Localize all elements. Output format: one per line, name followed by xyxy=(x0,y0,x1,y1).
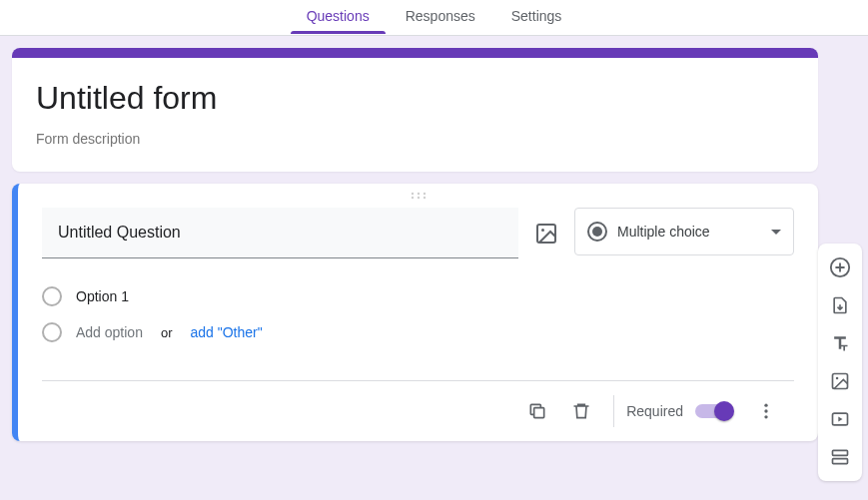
add-video-icon[interactable] xyxy=(822,401,858,437)
or-separator: or xyxy=(161,325,173,340)
add-question-icon[interactable] xyxy=(822,250,858,285)
tab-questions[interactable]: Questions xyxy=(291,0,386,34)
question-type-label: Multiple choice xyxy=(617,224,710,240)
top-tab-bar: Questions Responses Settings xyxy=(0,0,868,36)
option-row: Option 1 xyxy=(42,278,794,314)
svg-rect-8 xyxy=(534,408,544,418)
form-header-card xyxy=(12,48,818,172)
tab-responses[interactable]: Responses xyxy=(390,0,491,34)
option-text-input[interactable]: Option 1 xyxy=(76,288,129,304)
svg-point-5 xyxy=(423,197,425,199)
svg-rect-17 xyxy=(833,459,848,464)
question-type-dropdown[interactable]: Multiple choice xyxy=(574,208,794,255)
side-toolbar xyxy=(818,244,862,481)
caret-down-icon xyxy=(771,230,781,235)
add-title-icon[interactable] xyxy=(822,325,858,361)
question-footer: Required xyxy=(42,380,794,441)
svg-point-4 xyxy=(417,197,419,199)
add-image-icon[interactable] xyxy=(534,222,558,246)
form-accent-stripe xyxy=(12,48,818,58)
radio-empty-icon xyxy=(42,286,62,306)
radio-selected-icon xyxy=(587,222,607,242)
footer-divider xyxy=(613,395,614,427)
svg-point-11 xyxy=(764,415,767,418)
add-option-button[interactable]: Add option xyxy=(76,324,143,340)
add-section-icon[interactable] xyxy=(822,439,858,475)
required-label: Required xyxy=(626,403,683,419)
add-image-icon[interactable] xyxy=(822,363,858,399)
form-description-input[interactable] xyxy=(36,131,794,147)
add-option-row: Add option or add "Other" xyxy=(42,314,794,350)
svg-point-9 xyxy=(764,404,767,407)
drag-handle-icon[interactable] xyxy=(18,184,818,208)
svg-point-10 xyxy=(764,409,767,412)
radio-empty-icon xyxy=(42,322,62,342)
svg-point-3 xyxy=(411,197,413,199)
svg-point-1 xyxy=(417,193,419,195)
question-title-input[interactable] xyxy=(42,208,518,258)
question-card: Multiple choice Option 1 Add option or a… xyxy=(12,184,818,441)
delete-icon[interactable] xyxy=(561,391,601,431)
import-questions-icon[interactable] xyxy=(822,287,858,323)
more-options-icon[interactable] xyxy=(746,391,786,431)
duplicate-icon[interactable] xyxy=(517,391,557,431)
svg-point-14 xyxy=(836,377,839,380)
form-title-input[interactable] xyxy=(36,80,794,123)
svg-point-2 xyxy=(423,193,425,195)
required-toggle[interactable] xyxy=(695,404,732,418)
svg-point-7 xyxy=(541,229,544,232)
svg-rect-16 xyxy=(833,450,848,455)
tab-settings[interactable]: Settings xyxy=(495,0,578,34)
add-other-button[interactable]: add "Other" xyxy=(191,324,263,340)
svg-point-0 xyxy=(411,193,413,195)
